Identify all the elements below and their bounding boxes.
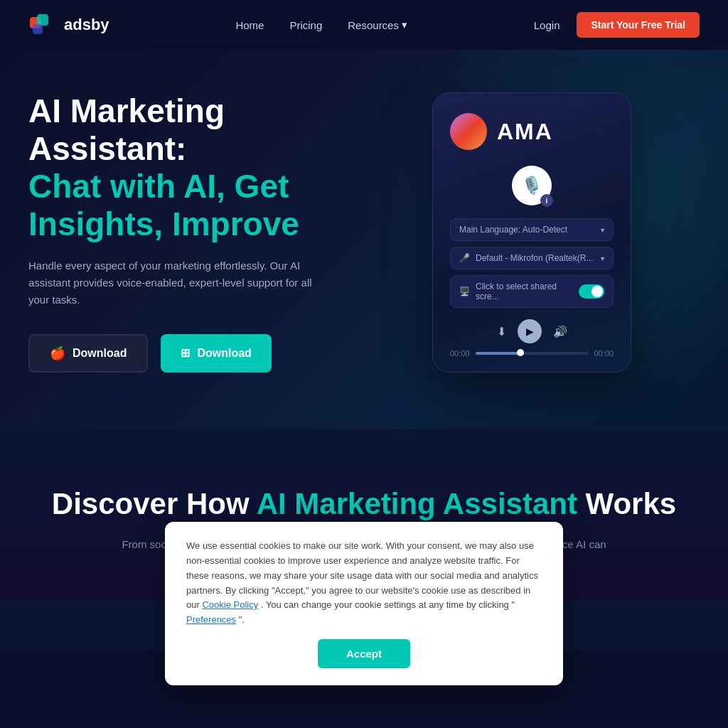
progress-bar[interactable] <box>476 352 589 355</box>
download-icon[interactable]: ⬇ <box>497 325 506 338</box>
hero-title: AI Marketing Assistant: Chat with AI, Ge… <box>28 92 364 243</box>
audio-player: ⬇ ▶ 🔊 00:00 00:00 <box>450 319 614 358</box>
hero-description: Handle every aspect of your marketing ef… <box>28 257 313 309</box>
trial-button[interactable]: Start Your Free Trial <box>577 12 700 38</box>
nav-resources[interactable]: Resources ▾ <box>348 18 407 31</box>
mockup-title: AMA <box>497 119 553 145</box>
logo-icon <box>28 10 58 40</box>
app-mockup: AMA 🎙️ i Main Language: Auto-Detect ▾ 🎤 … <box>432 92 631 373</box>
chevron-down-icon: ▾ <box>402 18 407 31</box>
chevron-down-icon: ▾ <box>601 226 604 234</box>
cookie-policy-link[interactable]: Cookie Policy <box>202 599 258 610</box>
nav-pricing[interactable]: Pricing <box>289 19 322 31</box>
download-apple-button[interactable]: 🍎 Download <box>28 334 148 373</box>
hero-title-colored: Chat with AI, Get Insights, Improve <box>28 168 364 243</box>
mic-button[interactable]: 🎙️ i <box>512 166 552 205</box>
nav-home[interactable]: Home <box>235 19 264 31</box>
navbar: adsby Home Pricing Resources ▾ Login Sta… <box>0 0 728 50</box>
toggle-switch[interactable] <box>579 284 604 299</box>
hero-section: AI Marketing Assistant: Chat with AI, Ge… <box>0 50 728 429</box>
download-windows-button[interactable]: ⊞ Download <box>161 334 271 373</box>
discover-title-colored: AI Marketing Assistant <box>257 487 577 520</box>
progress-fill <box>476 352 521 355</box>
svg-rect-1 <box>37 14 48 26</box>
svg-rect-2 <box>33 24 43 34</box>
player-controls: ⬇ ▶ 🔊 <box>497 319 567 343</box>
microphone-icon: 🎙️ <box>521 176 542 196</box>
accept-button[interactable]: Accept <box>318 639 410 668</box>
apple-icon: 🍎 <box>50 346 65 361</box>
hero-visual: AMA 🎙️ i Main Language: Auto-Detect ▾ 🎤 … <box>364 92 700 373</box>
mic-small-icon: 🎤 <box>459 253 470 263</box>
play-button[interactable]: ▶ <box>518 319 542 343</box>
preferences-link[interactable]: Preferences <box>186 614 236 625</box>
avatar <box>450 113 487 150</box>
screen-icon: 🖥️ <box>459 287 470 296</box>
toggle-knob <box>592 286 603 297</box>
player-timeline: 00:00 00:00 <box>450 349 614 358</box>
mic-container: 🎙️ i <box>450 166 614 205</box>
nav-links: Home Pricing Resources ▾ <box>235 18 407 31</box>
nav-right: Login Start Your Free Trial <box>534 12 700 38</box>
login-button[interactable]: Login <box>534 19 560 31</box>
microphone-select[interactable]: 🎤 Default - Mikrofon (Realtek(R... ▾ <box>450 247 614 269</box>
language-select[interactable]: Main Language: Auto-Detect ▾ <box>450 218 614 241</box>
cookie-text: We use essential cookies to make our sit… <box>186 539 542 628</box>
progress-dot <box>517 349 524 356</box>
download-buttons: 🍎 Download ⊞ Download <box>28 334 364 373</box>
screen-share-toggle[interactable]: 🖥️ Click to select shared scre... <box>450 275 614 308</box>
windows-icon: ⊞ <box>181 346 190 360</box>
logo[interactable]: adsby <box>28 10 109 40</box>
time-end: 00:00 <box>594 349 614 358</box>
discover-title: Discover How AI Marketing Assistant Work… <box>28 486 700 522</box>
brand-name: adsby <box>64 16 109 34</box>
cookie-banner: We use essential cookies to make our sit… <box>165 522 563 685</box>
hero-content: AI Marketing Assistant: Chat with AI, Ge… <box>28 92 364 373</box>
volume-icon[interactable]: 🔊 <box>553 325 567 338</box>
info-badge: i <box>540 194 553 207</box>
chevron-down-icon: ▾ <box>601 255 604 262</box>
time-start: 00:00 <box>450 349 470 358</box>
play-icon: ▶ <box>526 326 534 337</box>
mockup-header: AMA <box>450 113 614 150</box>
